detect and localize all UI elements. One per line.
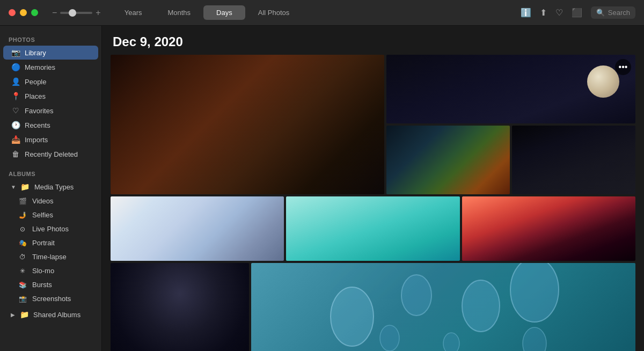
tab-days[interactable]: Days (203, 5, 245, 20)
chevron-right-icon: ▶ (11, 312, 15, 318)
sidebar-item-memories[interactable]: 🔵 Memories (3, 60, 98, 74)
places-icon: 📍 (11, 92, 20, 100)
zoom-slider[interactable] (60, 12, 92, 14)
more-options-button[interactable]: ••• (615, 59, 631, 75)
people-icon: 👤 (11, 77, 20, 86)
search-icon: 🔍 (596, 9, 605, 17)
sidebar-item-screenshots[interactable]: 📸 Screenshots (3, 292, 98, 305)
sidebar-item-label-people: People (25, 78, 46, 86)
tab-all-photos[interactable]: All Photos (245, 5, 303, 20)
sidebar-item-label-favorites: Favorites (25, 107, 53, 115)
photo-citynight[interactable] (462, 196, 635, 261)
tab-years[interactable]: Years (112, 5, 155, 20)
recently-deleted-icon: 🗑 (11, 150, 20, 158)
photo-waterdrops[interactable] (251, 263, 635, 351)
sidebar-item-places[interactable]: 📍 Places (3, 89, 98, 103)
svg-point-0 (331, 287, 374, 346)
date-label: Dec 9, 2020 (111, 34, 635, 49)
portrait-icon: 🎭 (18, 239, 27, 247)
sidebar-item-imports[interactable]: 📥 Imports (3, 133, 98, 147)
zoom-thumb (69, 9, 76, 17)
main-content: Dec 9, 2020 ••• (102, 26, 644, 351)
photo-startrail[interactable] (111, 263, 249, 351)
photo-dark-sky[interactable] (512, 126, 635, 194)
shared-albums-icon: 📁 (19, 310, 29, 319)
sidebar-item-label-time-lapse: Time-lapse (32, 253, 67, 261)
waterdrops-svg (251, 263, 635, 351)
sidebar-item-label-slo-mo: Slo-mo (32, 267, 54, 275)
sidebar-item-label-live-photos: Live Photos (32, 225, 69, 233)
sidebar-item-label-selfies: Selfies (32, 211, 53, 219)
slideshow-icon[interactable]: ⬛ (572, 8, 582, 18)
selfies-icon: 🤳 (18, 211, 27, 219)
photo-moon[interactable]: ••• (386, 55, 635, 123)
svg-point-3 (462, 280, 500, 332)
sidebar-item-videos[interactable]: 🎬 Videos (3, 194, 98, 208)
live-photos-icon: ⊙ (18, 225, 27, 233)
bursts-icon: 📚 (18, 281, 27, 289)
svg-point-6 (443, 333, 459, 351)
sidebar-item-label-shared-albums: Shared Albums (33, 311, 80, 319)
sidebar-item-shared-albums[interactable]: ▶ 📁 Shared Albums (3, 308, 98, 321)
svg-point-2 (380, 325, 399, 351)
sidebar-item-recently-deleted[interactable]: 🗑 Recently Deleted (3, 147, 98, 161)
sidebar-item-live-photos[interactable]: ⊙ Live Photos (3, 222, 98, 236)
svg-point-1 (401, 275, 431, 316)
sidebar: Photos 📷 Library 🔵 Memories 👤 People 📍 P… (0, 26, 102, 351)
search-placeholder: Search (608, 9, 630, 17)
info-icon[interactable]: ℹ️ (521, 8, 531, 18)
sidebar-item-time-lapse[interactable]: ⏱ Time-lapse (3, 250, 98, 264)
screenshots-icon: 📸 (18, 295, 27, 303)
favorites-icon: ♡ (11, 106, 20, 115)
maximize-button[interactable] (31, 9, 38, 16)
sidebar-item-label-library: Library (25, 49, 46, 57)
sidebar-item-people[interactable]: 👤 People (3, 75, 98, 89)
sidebar-item-label-media-types: Media Types (34, 183, 74, 191)
sidebar-item-label-videos: Videos (32, 197, 54, 205)
svg-point-5 (523, 327, 546, 351)
chevron-down-icon: ▼ (11, 184, 16, 190)
sidebar-item-label-places: Places (25, 92, 46, 100)
heart-icon[interactable]: ♡ (555, 8, 563, 18)
photo-mountain[interactable] (111, 55, 384, 194)
titlebar: − + Years Months Days All Photos ℹ️ ⬆ ♡ … (0, 0, 644, 26)
sidebar-item-slo-mo[interactable]: ✳ Slo-mo (3, 264, 98, 277)
tab-months[interactable]: Months (155, 5, 203, 20)
sidebar-item-recents[interactable]: 🕐 Recents (3, 118, 98, 132)
photo-grid-row-3 (111, 263, 635, 351)
sidebar-item-label-screenshots: Screenshots (32, 295, 71, 303)
zoom-in-button[interactable]: + (96, 8, 100, 18)
time-lapse-icon: ⏱ (18, 253, 27, 261)
sidebar-item-library[interactable]: 📷 Library (3, 46, 98, 60)
sidebar-item-label-recently-deleted: Recently Deleted (25, 150, 78, 158)
sidebar-item-label-bursts: Bursts (32, 281, 52, 289)
zoom-controls: − + (52, 8, 101, 18)
moon-decoration (587, 65, 619, 98)
traffic-lights (0, 9, 47, 16)
photo-leaves[interactable] (386, 126, 510, 194)
slo-mo-icon: ✳ (18, 267, 27, 275)
sidebar-item-label-portrait: Portrait (32, 239, 55, 247)
photo-waves1[interactable] (111, 196, 284, 261)
imports-icon: 📥 (11, 135, 20, 144)
share-icon[interactable]: ⬆ (540, 8, 547, 18)
albums-section-label: Albums (0, 166, 101, 179)
recents-icon: 🕐 (11, 121, 20, 129)
search-bar[interactable]: 🔍 Search (591, 6, 635, 19)
sidebar-item-bursts[interactable]: 📚 Bursts (3, 278, 98, 291)
photo-waves2[interactable] (286, 196, 459, 261)
zoom-out-button[interactable]: − (52, 8, 57, 18)
app-container: Photos 📷 Library 🔵 Memories 👤 People 📍 P… (0, 0, 644, 351)
sidebar-item-portrait[interactable]: 🎭 Portrait (3, 236, 98, 250)
sidebar-item-selfies[interactable]: 🤳 Selfies (3, 208, 98, 222)
svg-point-4 (510, 263, 559, 322)
library-icon: 📷 (11, 48, 20, 57)
photo-grid-row-1: ••• (111, 55, 635, 194)
sidebar-item-label-imports: Imports (25, 136, 48, 144)
minimize-button[interactable] (20, 9, 27, 16)
videos-icon: 🎬 (18, 198, 27, 205)
sidebar-item-media-types[interactable]: ▼ 📁 Media Types (3, 180, 98, 194)
close-button[interactable] (9, 9, 16, 16)
sidebar-item-favorites[interactable]: ♡ Favorites (3, 104, 98, 118)
photo-grid-row-2 (111, 196, 635, 261)
